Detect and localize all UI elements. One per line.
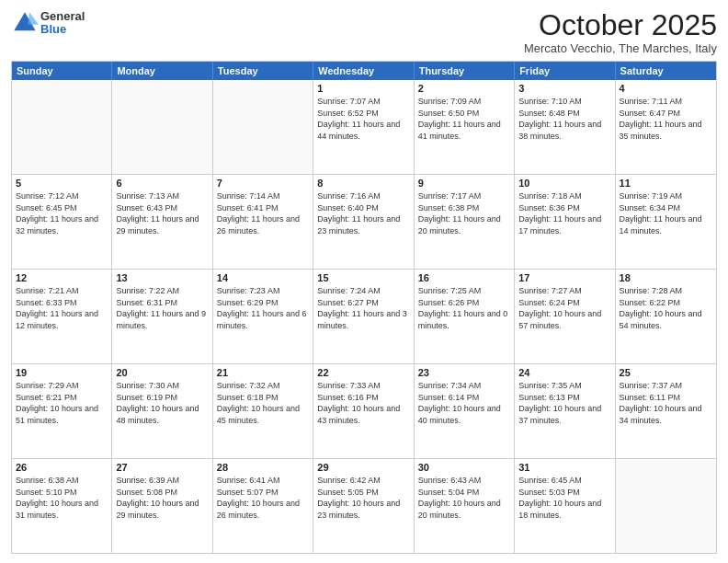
page: General Blue October 2025 Mercato Vecchi…: [0, 0, 728, 563]
day-number: 5: [16, 178, 108, 189]
cell-text: Sunrise: 7:13 AM Sunset: 6:43 PM Dayligh…: [116, 190, 208, 236]
cell-text: Sunrise: 7:09 AM Sunset: 6:50 PM Dayligh…: [418, 96, 510, 142]
cell-text: Sunrise: 7:34 AM Sunset: 6:14 PM Dayligh…: [418, 380, 510, 426]
calendar-cell: 14Sunrise: 7:23 AM Sunset: 6:29 PM Dayli…: [213, 270, 313, 363]
cell-text: Sunrise: 7:17 AM Sunset: 6:38 PM Dayligh…: [418, 190, 510, 236]
cell-text: Sunrise: 7:16 AM Sunset: 6:40 PM Dayligh…: [317, 190, 409, 236]
day-number: 28: [217, 462, 309, 473]
day-number: 17: [518, 272, 610, 283]
location: Mercato Vecchio, The Marches, Italy: [524, 41, 717, 55]
calendar-cell: [616, 459, 716, 553]
day-number: 25: [620, 367, 712, 378]
calendar-cell: 12Sunrise: 7:21 AM Sunset: 6:33 PM Dayli…: [12, 270, 112, 363]
day-number: 1: [317, 83, 409, 94]
day-number: 16: [418, 272, 510, 283]
cell-text: Sunrise: 7:28 AM Sunset: 6:22 PM Dayligh…: [620, 285, 712, 331]
calendar-cell: 4Sunrise: 7:11 AM Sunset: 6:47 PM Daylig…: [616, 80, 716, 174]
calendar-cell: 6Sunrise: 7:13 AM Sunset: 6:43 PM Daylig…: [112, 175, 212, 269]
day-number: 12: [16, 272, 108, 283]
day-number: 26: [16, 462, 108, 473]
calendar-cell: 16Sunrise: 7:25 AM Sunset: 6:26 PM Dayli…: [415, 270, 515, 363]
cell-text: Sunrise: 7:25 AM Sunset: 6:26 PM Dayligh…: [418, 285, 510, 331]
calendar-cell: 22Sunrise: 7:33 AM Sunset: 6:16 PM Dayli…: [313, 364, 414, 458]
cell-text: Sunrise: 7:23 AM Sunset: 6:29 PM Dayligh…: [217, 285, 309, 331]
calendar-row: 1Sunrise: 7:07 AM Sunset: 6:52 PM Daylig…: [12, 80, 716, 174]
cell-text: Sunrise: 7:37 AM Sunset: 6:11 PM Dayligh…: [620, 380, 712, 426]
day-number: 9: [418, 178, 510, 189]
day-number: 14: [217, 272, 309, 283]
cell-text: Sunrise: 7:12 AM Sunset: 6:45 PM Dayligh…: [16, 190, 108, 236]
calendar-cell: 1Sunrise: 7:07 AM Sunset: 6:52 PM Daylig…: [313, 80, 414, 174]
day-number: 6: [116, 178, 208, 189]
calendar-row: 19Sunrise: 7:29 AM Sunset: 6:21 PM Dayli…: [12, 363, 716, 458]
calendar-row: 26Sunrise: 6:38 AM Sunset: 5:10 PM Dayli…: [12, 458, 716, 553]
cell-text: Sunrise: 7:19 AM Sunset: 6:34 PM Dayligh…: [620, 190, 712, 236]
calendar-cell: [12, 80, 112, 174]
day-number: 21: [217, 367, 309, 378]
calendar-cell: 8Sunrise: 7:16 AM Sunset: 6:40 PM Daylig…: [313, 175, 414, 269]
calendar: SundayMondayTuesdayWednesdayThursdayFrid…: [11, 61, 717, 554]
calendar-cell: 11Sunrise: 7:19 AM Sunset: 6:34 PM Dayli…: [616, 175, 716, 269]
cell-text: Sunrise: 7:07 AM Sunset: 6:52 PM Dayligh…: [317, 96, 409, 142]
cell-text: Sunrise: 7:10 AM Sunset: 6:48 PM Dayligh…: [518, 96, 610, 142]
day-number: 2: [418, 83, 510, 94]
calendar-cell: 13Sunrise: 7:22 AM Sunset: 6:31 PM Dayli…: [112, 270, 212, 363]
cell-text: Sunrise: 7:35 AM Sunset: 6:13 PM Dayligh…: [518, 380, 610, 426]
weekday-header: Wednesday: [313, 62, 414, 80]
logo-blue: Blue: [40, 23, 85, 36]
day-number: 15: [317, 272, 409, 283]
calendar-cell: 30Sunrise: 6:43 AM Sunset: 5:04 PM Dayli…: [415, 459, 515, 553]
day-number: 30: [418, 462, 510, 473]
cell-text: Sunrise: 6:39 AM Sunset: 5:08 PM Dayligh…: [116, 475, 208, 521]
day-number: 11: [620, 178, 712, 189]
calendar-cell: 2Sunrise: 7:09 AM Sunset: 6:50 PM Daylig…: [415, 80, 515, 174]
calendar-row: 5Sunrise: 7:12 AM Sunset: 6:45 PM Daylig…: [12, 174, 716, 269]
day-number: 4: [620, 83, 712, 94]
calendar-cell: 18Sunrise: 7:28 AM Sunset: 6:22 PM Dayli…: [616, 270, 716, 363]
day-number: 20: [116, 367, 208, 378]
day-number: 19: [16, 367, 108, 378]
day-number: 18: [620, 272, 712, 283]
calendar-cell: 26Sunrise: 6:38 AM Sunset: 5:10 PM Dayli…: [12, 459, 112, 553]
calendar-cell: 10Sunrise: 7:18 AM Sunset: 6:36 PM Dayli…: [515, 175, 615, 269]
cell-text: Sunrise: 7:29 AM Sunset: 6:21 PM Dayligh…: [16, 380, 108, 426]
cell-text: Sunrise: 6:43 AM Sunset: 5:04 PM Dayligh…: [418, 475, 510, 521]
calendar-body: 1Sunrise: 7:07 AM Sunset: 6:52 PM Daylig…: [12, 80, 716, 553]
month-title: October 2025: [524, 9, 717, 41]
cell-text: Sunrise: 6:45 AM Sunset: 5:03 PM Dayligh…: [518, 475, 610, 521]
calendar-cell: 20Sunrise: 7:30 AM Sunset: 6:19 PM Dayli…: [112, 364, 212, 458]
day-number: 10: [518, 178, 610, 189]
calendar-cell: 9Sunrise: 7:17 AM Sunset: 6:38 PM Daylig…: [415, 175, 515, 269]
calendar-header: SundayMondayTuesdayWednesdayThursdayFrid…: [12, 62, 716, 80]
logo-icon: [11, 9, 39, 37]
calendar-cell: [112, 80, 212, 174]
cell-text: Sunrise: 7:33 AM Sunset: 6:16 PM Dayligh…: [317, 380, 409, 426]
calendar-cell: 15Sunrise: 7:24 AM Sunset: 6:27 PM Dayli…: [313, 270, 414, 363]
calendar-cell: 29Sunrise: 6:42 AM Sunset: 5:05 PM Dayli…: [313, 459, 414, 553]
logo-general: General: [40, 10, 85, 23]
cell-text: Sunrise: 7:27 AM Sunset: 6:24 PM Dayligh…: [518, 285, 610, 331]
calendar-cell: 23Sunrise: 7:34 AM Sunset: 6:14 PM Dayli…: [415, 364, 515, 458]
day-number: 29: [317, 462, 409, 473]
cell-text: Sunrise: 6:41 AM Sunset: 5:07 PM Dayligh…: [217, 475, 309, 521]
day-number: 27: [116, 462, 208, 473]
logo-text: General Blue: [40, 10, 85, 37]
calendar-cell: 3Sunrise: 7:10 AM Sunset: 6:48 PM Daylig…: [515, 80, 615, 174]
cell-text: Sunrise: 7:14 AM Sunset: 6:41 PM Dayligh…: [217, 190, 309, 236]
calendar-cell: 31Sunrise: 6:45 AM Sunset: 5:03 PM Dayli…: [515, 459, 615, 553]
logo: General Blue: [11, 9, 85, 37]
calendar-cell: [213, 80, 313, 174]
day-number: 24: [518, 367, 610, 378]
calendar-cell: 25Sunrise: 7:37 AM Sunset: 6:11 PM Dayli…: [616, 364, 716, 458]
calendar-cell: 7Sunrise: 7:14 AM Sunset: 6:41 PM Daylig…: [213, 175, 313, 269]
calendar-row: 12Sunrise: 7:21 AM Sunset: 6:33 PM Dayli…: [12, 269, 716, 363]
cell-text: Sunrise: 7:11 AM Sunset: 6:47 PM Dayligh…: [620, 96, 712, 142]
calendar-cell: 28Sunrise: 6:41 AM Sunset: 5:07 PM Dayli…: [213, 459, 313, 553]
day-number: 7: [217, 178, 309, 189]
cell-text: Sunrise: 7:32 AM Sunset: 6:18 PM Dayligh…: [217, 380, 309, 426]
cell-text: Sunrise: 6:38 AM Sunset: 5:10 PM Dayligh…: [16, 475, 108, 521]
calendar-cell: 24Sunrise: 7:35 AM Sunset: 6:13 PM Dayli…: [515, 364, 615, 458]
day-number: 13: [116, 272, 208, 283]
day-number: 23: [418, 367, 510, 378]
cell-text: Sunrise: 7:24 AM Sunset: 6:27 PM Dayligh…: [317, 285, 409, 331]
